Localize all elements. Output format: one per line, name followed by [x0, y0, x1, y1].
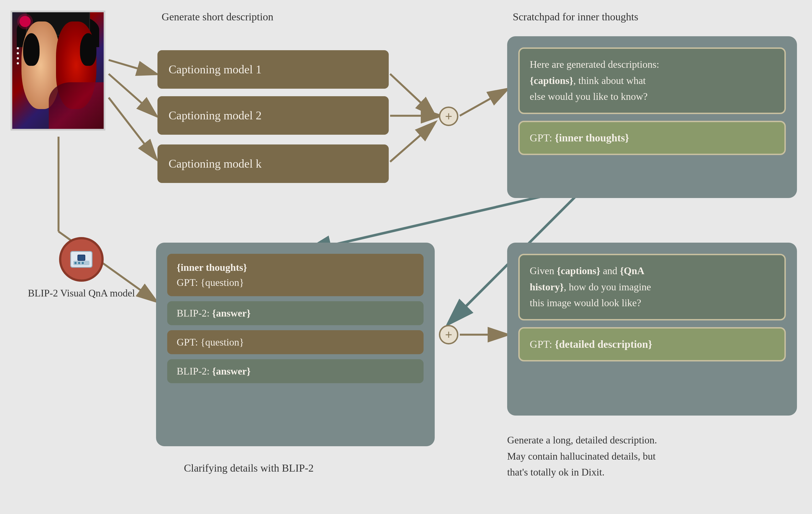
captions-prompt-bubble: Here are generated descriptions: {captio… [518, 47, 786, 114]
svg-line-7 [390, 74, 435, 116]
robot-panel [73, 261, 89, 265]
description-box: Given {captions} and {QnAhistory}, how d… [507, 243, 797, 415]
robot-eye [78, 254, 85, 261]
scratchpad-box: Here are generated descriptions: {captio… [507, 36, 797, 198]
svg-line-11 [307, 190, 571, 251]
diagram: Generate short description Captioning mo… [0, 0, 812, 514]
long-desc-label: Generate a long, detailed description. M… [507, 432, 657, 481]
captions-bold: {captions} [530, 75, 573, 86]
svg-line-4 [109, 60, 156, 74]
qna-box: {inner thoughts} GPT: {question} BLIP-2:… [156, 243, 435, 446]
qna-item-4: BLIP-2: {answer} [167, 359, 424, 383]
plus-circle-top: + [439, 107, 458, 126]
captioning-model-k: Captioning model k [157, 144, 389, 183]
painting-image [10, 10, 105, 131]
svg-line-10 [460, 89, 507, 116]
robot-body [70, 251, 92, 268]
qna-item-2: BLIP-2: {answer} [167, 301, 424, 325]
detailed-desc-bubble: GPT: {detailed description} [518, 327, 786, 361]
blip2-model: BLIP-2 Visual QnA model [28, 237, 135, 300]
generate-short-label: Generate short description [162, 10, 273, 23]
svg-line-6 [109, 98, 156, 159]
inner-thoughts-bold: {inner thoughts} [555, 132, 629, 144]
svg-line-5 [109, 74, 156, 116]
svg-line-9 [390, 123, 435, 162]
desc-prompt-bubble: Given {captions} and {QnAhistory}, how d… [518, 254, 786, 320]
captioning-model-1: Captioning model 1 [157, 50, 389, 89]
qna-item-1: {inner thoughts} GPT: {question} [167, 254, 424, 296]
blip-label: BLIP-2 Visual QnA model [28, 286, 135, 300]
scratchpad-label: Scratchpad for inner thoughts [513, 10, 638, 23]
qna-item-3: GPT: {question} [167, 330, 424, 354]
plus-circle-bottom: + [439, 325, 458, 345]
inner-thoughts-bubble: GPT: {inner thoughts} [518, 121, 786, 155]
captioning-model-2: Captioning model 2 [157, 96, 389, 135]
clarifying-label: Clarifying details with BLIP-2 [184, 460, 314, 476]
blip-circle [59, 237, 104, 282]
